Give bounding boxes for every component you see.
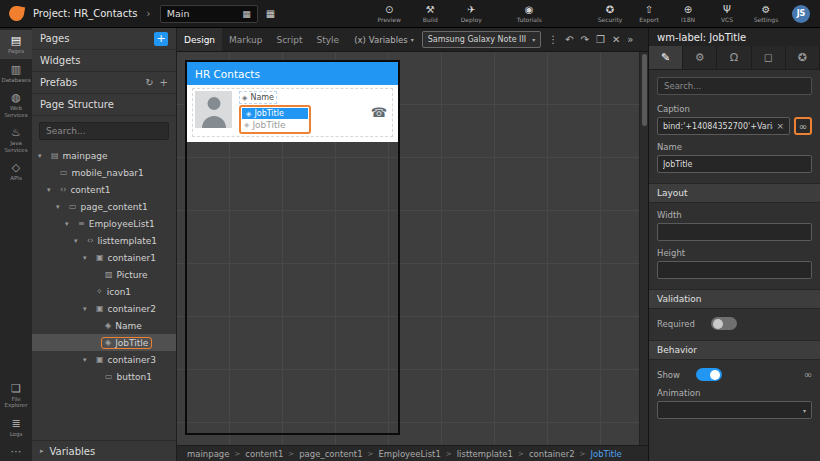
employee-list-widget[interactable]: ◈ Name ◈ JobTitle	[187, 85, 398, 142]
chevron-down-icon[interactable]: ▾	[83, 356, 92, 364]
canvas-scrollbar[interactable]	[639, 52, 648, 445]
copy-icon[interactable]: ❐	[596, 34, 605, 45]
chevron-down-icon[interactable]: ▾	[74, 237, 83, 245]
list-item-template[interactable]: ◈ Name ◈ JobTitle	[193, 89, 392, 136]
rail-item-pages[interactable]: ▤Pages	[0, 30, 32, 59]
tab-style[interactable]: Style	[310, 28, 347, 51]
sidebar-section-page-structure[interactable]: Page Structure	[32, 94, 176, 116]
clear-icon[interactable]: ×	[776, 121, 784, 131]
breadcrumb-item-listtemplate1[interactable]: listtemplate1	[457, 449, 513, 459]
device-select[interactable]: Samsung Galaxy Note III ▾	[422, 31, 542, 48]
properties-search-input[interactable]	[657, 77, 812, 95]
tree-item-mainpage[interactable]: ▾▤mainpage	[32, 147, 176, 164]
more-options-icon[interactable]: ⋮	[548, 34, 558, 45]
tree-item-button1[interactable]: ▭button1	[32, 368, 176, 385]
jobtitle-label-widget[interactable]: ◈ JobTitle	[242, 119, 308, 131]
picture-placeholder[interactable]	[195, 91, 232, 128]
sidebar-section-widgets[interactable]: Widgets	[32, 50, 176, 72]
page-selector[interactable]: Main ▦	[160, 5, 258, 23]
breadcrumb-item-page_content1[interactable]: page_content1	[299, 449, 362, 459]
export-button[interactable]: ⇧Export	[635, 5, 663, 23]
bind-property-button[interactable]: ∞	[794, 117, 812, 135]
variables-section[interactable]: ▸ Variables	[32, 440, 176, 461]
add-prefab-button[interactable]: +	[160, 77, 168, 88]
breadcrumb-item-employeelist1[interactable]: EmployeeList1	[378, 449, 440, 459]
rail-item-file-explorer[interactable]: ❏File Explorer	[0, 378, 32, 413]
tree-item-icon1[interactable]: ✧icon1	[32, 283, 176, 300]
breadcrumb-item-container2[interactable]: container2	[529, 449, 575, 459]
deploy-button[interactable]: ✈Deploy	[457, 5, 485, 23]
breadcrumb-item-content1[interactable]: content1	[245, 449, 283, 459]
width-input[interactable]	[663, 228, 806, 237]
vcs-button[interactable]: ΨVCS	[713, 5, 741, 23]
tree-item-employeelist1[interactable]: ▾≡EmployeeList1	[32, 215, 176, 232]
rail-item-java-services[interactable]: ♨Java Services	[0, 122, 32, 157]
delete-icon[interactable]: ✕	[612, 34, 620, 45]
show-toggle[interactable]	[696, 368, 722, 381]
chevron-down-icon[interactable]: ▾	[83, 254, 92, 262]
structure-search-input[interactable]	[39, 122, 169, 140]
tab-properties[interactable]: ✎	[649, 46, 683, 69]
bind-show-icon[interactable]: ∞	[804, 369, 812, 380]
avatar[interactable]: JS	[792, 5, 810, 23]
add-page-button[interactable]: +	[154, 32, 168, 46]
name-input[interactable]	[663, 160, 806, 169]
i18n-button[interactable]: ⊕I18N	[674, 5, 702, 23]
layout-section-header[interactable]: Layout	[649, 183, 820, 203]
tab-markup[interactable]: Markup	[222, 28, 269, 51]
collapse-panel-icon[interactable]: »	[627, 34, 633, 45]
variables-button[interactable]: (x) Variables ▾	[354, 35, 414, 45]
wavemaker-logo-icon[interactable]	[8, 5, 25, 22]
tree-item-container2[interactable]: ▾▣container2	[32, 300, 176, 317]
settings-button[interactable]: ⚙Settings	[752, 5, 780, 23]
security-button[interactable]: ✪Security	[596, 5, 624, 23]
sidebar-section-prefabs[interactable]: Prefabs ↻ +	[32, 72, 176, 94]
tree-item-container3[interactable]: ▾▣container3	[32, 351, 176, 368]
tutorials-button[interactable]: ◉ Tutorials	[515, 5, 543, 23]
redo-icon[interactable]: ↷	[581, 34, 589, 45]
height-input[interactable]	[663, 266, 806, 275]
tree-item-listtemplate1[interactable]: ▾‹›listtemplate1	[32, 232, 176, 249]
tab-events[interactable]: Ω	[717, 46, 751, 69]
behavior-section-header[interactable]: Behavior	[649, 340, 820, 360]
breadcrumb-item-mainpage[interactable]: mainpage	[187, 449, 229, 459]
build-button[interactable]: ⚒Build	[416, 5, 444, 23]
chevron-down-icon[interactable]: ▾	[83, 305, 92, 313]
animation-select[interactable]: ▾	[657, 401, 812, 419]
tab-messages[interactable]: ◻	[752, 46, 786, 69]
selected-widget-tag[interactable]: ◈ JobTitle	[242, 108, 308, 119]
tree-item-page_content1[interactable]: ▾▭page_content1	[32, 198, 176, 215]
chevron-down-icon[interactable]: ▾	[38, 152, 47, 160]
chevron-down-icon[interactable]: ▾	[65, 220, 74, 228]
rail-item-apis[interactable]: ◇APIs	[0, 157, 32, 186]
tab-styles[interactable]: ⚙	[683, 46, 717, 69]
rail-item-logs[interactable]: ≣Logs	[0, 413, 32, 442]
chevron-right-icon[interactable]: ›	[146, 7, 150, 20]
tab-security[interactable]: ✪	[786, 46, 820, 69]
tree-item-mobile_navbar1[interactable]: ▭mobile_navbar1	[32, 164, 176, 181]
chevron-down-icon[interactable]: ▾	[56, 203, 65, 211]
tab-script[interactable]: Script	[269, 28, 309, 51]
tree-item-content1[interactable]: ▾‹›content1	[32, 181, 176, 198]
validation-section-header[interactable]: Validation	[649, 289, 820, 309]
undo-icon[interactable]: ↶	[565, 34, 573, 45]
preview-button[interactable]: ⊙Preview	[375, 5, 403, 23]
tree-item-jobtitle[interactable]: ◈JobTitle	[32, 334, 176, 351]
phone-icon[interactable]: ☎	[371, 105, 390, 120]
caption-input[interactable]	[663, 122, 773, 131]
dashboard-grid-icon[interactable]: ▦	[266, 8, 275, 19]
required-toggle[interactable]	[711, 317, 737, 330]
tree-item-container1[interactable]: ▾▣container1	[32, 249, 176, 266]
rail-item-databases[interactable]: ▥Databases	[0, 59, 32, 88]
tree-item-picture[interactable]: ▨Picture	[32, 266, 176, 283]
chevron-down-icon[interactable]: ▾	[47, 186, 56, 194]
design-canvas[interactable]: HR Contacts ◈	[177, 52, 639, 445]
tab-design[interactable]: Design	[177, 28, 222, 51]
refresh-icon[interactable]: ↻	[145, 77, 153, 88]
scrollbar-thumb[interactable]	[642, 54, 647, 126]
sidebar-section-pages[interactable]: Pages +	[32, 28, 176, 50]
rail-item-more[interactable]: ⋯	[0, 441, 32, 461]
name-label-widget[interactable]: ◈ Name	[239, 91, 277, 104]
tree-item-name[interactable]: ◈Name	[32, 317, 176, 334]
mobile-navbar-widget[interactable]: HR Contacts	[187, 62, 398, 85]
